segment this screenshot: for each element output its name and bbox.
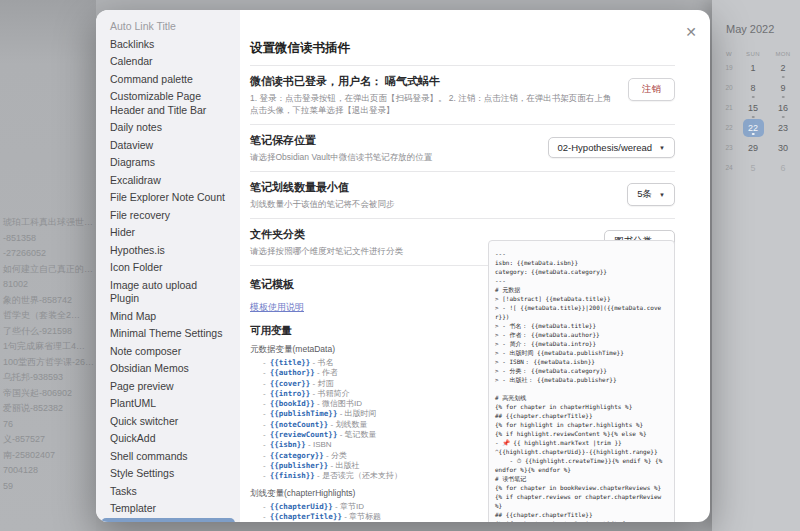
calendar-week-row: 1912 [720,57,800,77]
calendar-day: 15 [738,97,768,117]
calendar-week-row: 211516 [720,97,800,117]
background-file-item: 了些什么-921598 [0,324,96,340]
calendar-week-number: 21 [720,104,738,111]
sidebar-item-style-settings[interactable]: Style Settings [96,465,240,483]
sidebar-item-dataview[interactable]: Dataview [96,137,240,155]
variable-item: -{{author}} - 作者 [250,368,490,378]
calendar-week-number: 20 [720,84,738,91]
calendar-week-row: 2456 [720,157,800,177]
calendar-day: 9 [768,77,798,97]
sidebar-item-templater[interactable]: Templater [96,500,240,518]
variable-item: -{{noteCount}} - 划线数量 [250,420,490,430]
sidebar-item-obsidian-memos[interactable]: Obsidian Memos [96,360,240,378]
background-file-item: -851358 [0,231,96,247]
sidebar-item-hypothes-is[interactable]: Hypothes.is [96,242,240,260]
min-highlights-row: 笔记划线数量最小值 划线数量小于该值的笔记将不会被同步 5条 ▼ [250,172,675,219]
calendar-month-title: May 2022 [712,0,800,35]
sidebar-item-file-recovery[interactable]: File recovery [96,207,240,225]
note-location-row: 笔记保存位置 请选择Obsidian Vault中微信读书笔记存放的位置 02-… [250,125,675,172]
sidebar-item-quick-switcher[interactable]: Quick switcher [96,413,240,431]
variable-item: -{{isbn}} - ISBN [250,440,490,450]
calendar-week-row: 232930 [720,137,800,157]
sidebar-item-weread-plugin[interactable]: Weread Plugin [101,518,235,523]
calendar-day: 6 [768,157,798,177]
note-location-select[interactable]: 02-Hypothesis/weread ▼ [548,137,675,158]
sidebar-item-command-palette[interactable]: Command palette [96,71,240,89]
background-file-item: 100堂西方哲学课-26… [0,355,96,371]
sidebar-item-image-auto-upload-plugin[interactable]: Image auto upload Plugin [96,277,240,308]
login-status-text: 微信读书已登录，用户名： 嗝气式蜗牛 [250,74,618,89]
template-help-link[interactable]: 模板使用说明 [250,302,304,312]
calendar-day: 23 [768,117,798,137]
chevron-down-icon: ▼ [659,145,665,151]
background-file-item: 如何建立自己真正的… [0,262,96,278]
variable-item: -{{cover}} - 封面 [250,379,490,389]
variable-item: -{{title}} - 书名 [250,358,490,368]
close-icon[interactable]: ✕ [685,25,697,39]
calendar-day: 16 [768,97,798,117]
background-file-item: 爱丽说-852382 [0,401,96,417]
sidebar-item-shell-commands[interactable]: Shell commands [96,448,240,466]
sidebar-item-page-preview[interactable]: Page preview [96,378,240,396]
sidebar-item-excalidraw[interactable]: Excalidraw [96,172,240,190]
sidebar-item-calendar[interactable]: Calendar [96,53,240,71]
login-help-text: 1. 登录：点击登录按钮，在弹出页面【扫码登录】。 2. 注销：点击注销，在弹出… [250,92,618,116]
chevron-down-icon: ▼ [659,192,665,198]
sidebar-item-plantuml[interactable]: PlantUML [96,395,240,413]
background-file-item: 乌托邦-938593 [0,370,96,386]
sidebar-item-minimal-theme-settings[interactable]: Minimal Theme Settings [96,325,240,343]
selected-value: 02-Hypothesis/weread [558,142,653,153]
calendar-day: 22 [738,117,768,137]
sidebar-item-backlinks[interactable]: Backlinks [96,36,240,54]
sidebar-item-note-composer[interactable]: Note composer [96,343,240,361]
calendar-week-number: 19 [720,64,738,71]
background-file-item: -27266052 [0,246,96,262]
setting-desc: 划线数量小于该值的笔记将不会被同步 [250,198,617,210]
logout-button[interactable]: 注销 [628,78,675,101]
sidebar-item-diagrams[interactable]: Diagrams [96,154,240,172]
background-file-item: 琥珀工科真出球强世… [0,215,96,231]
variable-item: -{{intro}} - 书籍简介 [250,389,490,399]
sidebar-item-quickadd[interactable]: QuickAdd [96,430,240,448]
background-file-explorer: 琥珀工科真出球强世…-851358-27266052如何建立自己真正的…8100… [0,0,96,531]
background-file-item: 7004128 [0,463,96,479]
background-file-item: 81002 [0,277,96,293]
background-file-item: 哲学史（套装全2… [0,308,96,324]
min-highlights-select[interactable]: 5条 ▼ [627,183,675,206]
sidebar-item-tasks[interactable]: Tasks [96,483,240,501]
sidebar-item-customizable-page-header-and-title-bar[interactable]: Customizable Page Header and Title Bar [96,88,240,119]
background-file-item: 76 [0,417,96,433]
background-file-item: 南-25802407 [0,448,96,464]
settings-sidebar: Auto Link TitleBacklinksCalendarCommand … [96,10,240,522]
sidebar-item-auto-link-title[interactable]: Auto Link Title [96,18,240,36]
calendar-day: 2 [768,57,798,77]
calendar-day-dot-icon [752,133,755,136]
page-title: 设置微信读书插件 [250,40,675,66]
variable-item: -{{publishTime}} - 出版时间 [250,409,490,419]
calendar-week-number: 22 [720,124,738,131]
sidebar-item-icon-folder[interactable]: Icon Folder [96,259,240,277]
settings-modal: Auto Link TitleBacklinksCalendarCommand … [96,10,710,522]
sidebar-item-mind-map[interactable]: Mind Map [96,308,240,326]
sidebar-item-file-explorer-note-count[interactable]: File Explorer Note Count [96,189,240,207]
background-file-item: 1句完成麻省理工4… [0,339,96,355]
calendar-day: 5 [738,157,768,177]
sidebar-item-hider[interactable]: Hider [96,224,240,242]
calendar-week-row: 2089 [720,77,800,97]
selected-value: 5条 [637,188,652,201]
variable-item: -{{bookId}} - 微信图书ID [250,399,490,409]
background-file-item: 帝国兴起-806902 [0,386,96,402]
setting-name: 笔记保存位置 [250,133,538,148]
background-file-item: 义-857527 [0,432,96,448]
variables-list: 元数据变量(metaData)-{{title}} - 书名-{{author}… [250,344,490,522]
calendar-week-row: 222223 [720,117,800,137]
calendar-week-number: 24 [720,164,738,171]
variable-group-label: 划线变量(chapterHighlights) [250,488,490,500]
variable-group-label: 元数据变量(metaData) [250,344,490,356]
setting-name: 笔记划线数量最小值 [250,180,617,195]
template-code-editor[interactable]: --- isbn: {{metaData.isbn}} category: {{… [488,240,675,522]
sidebar-item-daily-notes[interactable]: Daily notes [96,119,240,137]
settings-content: ✕ 设置微信读书插件 微信读书已登录，用户名： 嗝气式蜗牛 1. 登录：点击登录… [240,10,710,522]
setting-desc: 请选择Obsidian Vault中微信读书笔记存放的位置 [250,151,538,163]
calendar-col-header: W [720,51,738,57]
